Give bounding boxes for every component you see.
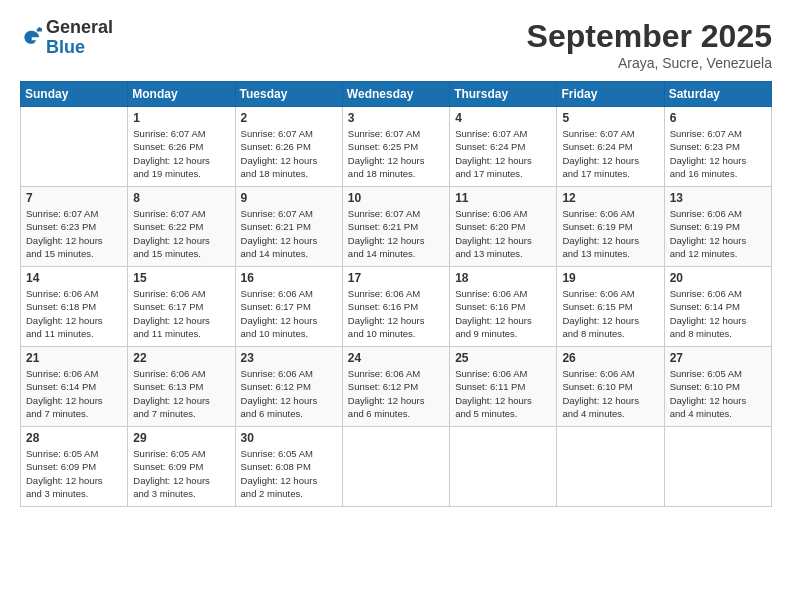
day-cell: 12Sunrise: 6:06 AM Sunset: 6:19 PM Dayli…: [557, 187, 664, 267]
day-number: 2: [241, 111, 337, 125]
day-cell: 18Sunrise: 6:06 AM Sunset: 6:16 PM Dayli…: [450, 267, 557, 347]
col-tuesday: Tuesday: [235, 82, 342, 107]
week-row-5: 28Sunrise: 6:05 AM Sunset: 6:09 PM Dayli…: [21, 427, 772, 507]
day-number: 12: [562, 191, 658, 205]
day-info: Sunrise: 6:05 AM Sunset: 6:08 PM Dayligh…: [241, 447, 337, 500]
day-cell: 19Sunrise: 6:06 AM Sunset: 6:15 PM Dayli…: [557, 267, 664, 347]
header: General Blue September 2025 Araya, Sucre…: [20, 18, 772, 71]
day-info: Sunrise: 6:06 AM Sunset: 6:12 PM Dayligh…: [348, 367, 444, 420]
col-sunday: Sunday: [21, 82, 128, 107]
day-number: 21: [26, 351, 122, 365]
day-cell: 24Sunrise: 6:06 AM Sunset: 6:12 PM Dayli…: [342, 347, 449, 427]
day-info: Sunrise: 6:07 AM Sunset: 6:26 PM Dayligh…: [241, 127, 337, 180]
logo-blue-text: Blue: [46, 37, 85, 57]
day-cell: 21Sunrise: 6:06 AM Sunset: 6:14 PM Dayli…: [21, 347, 128, 427]
day-number: 17: [348, 271, 444, 285]
day-info: Sunrise: 6:06 AM Sunset: 6:10 PM Dayligh…: [562, 367, 658, 420]
day-info: Sunrise: 6:07 AM Sunset: 6:21 PM Dayligh…: [348, 207, 444, 260]
day-cell: 7Sunrise: 6:07 AM Sunset: 6:23 PM Daylig…: [21, 187, 128, 267]
day-cell: 6Sunrise: 6:07 AM Sunset: 6:23 PM Daylig…: [664, 107, 771, 187]
header-row: Sunday Monday Tuesday Wednesday Thursday…: [21, 82, 772, 107]
logo-icon: [20, 27, 42, 49]
day-number: 14: [26, 271, 122, 285]
day-cell: 28Sunrise: 6:05 AM Sunset: 6:09 PM Dayli…: [21, 427, 128, 507]
day-cell: 9Sunrise: 6:07 AM Sunset: 6:21 PM Daylig…: [235, 187, 342, 267]
day-cell: [450, 427, 557, 507]
day-info: Sunrise: 6:06 AM Sunset: 6:13 PM Dayligh…: [133, 367, 229, 420]
day-cell: 14Sunrise: 6:06 AM Sunset: 6:18 PM Dayli…: [21, 267, 128, 347]
day-cell: 11Sunrise: 6:06 AM Sunset: 6:20 PM Dayli…: [450, 187, 557, 267]
location: Araya, Sucre, Venezuela: [527, 55, 772, 71]
day-number: 11: [455, 191, 551, 205]
day-info: Sunrise: 6:05 AM Sunset: 6:09 PM Dayligh…: [26, 447, 122, 500]
day-number: 20: [670, 271, 766, 285]
day-number: 23: [241, 351, 337, 365]
day-cell: 1Sunrise: 6:07 AM Sunset: 6:26 PM Daylig…: [128, 107, 235, 187]
day-cell: 13Sunrise: 6:06 AM Sunset: 6:19 PM Dayli…: [664, 187, 771, 267]
day-number: 9: [241, 191, 337, 205]
day-cell: 15Sunrise: 6:06 AM Sunset: 6:17 PM Dayli…: [128, 267, 235, 347]
day-number: 8: [133, 191, 229, 205]
day-cell: 26Sunrise: 6:06 AM Sunset: 6:10 PM Dayli…: [557, 347, 664, 427]
day-number: 7: [26, 191, 122, 205]
day-cell: 29Sunrise: 6:05 AM Sunset: 6:09 PM Dayli…: [128, 427, 235, 507]
day-cell: 8Sunrise: 6:07 AM Sunset: 6:22 PM Daylig…: [128, 187, 235, 267]
day-info: Sunrise: 6:06 AM Sunset: 6:14 PM Dayligh…: [670, 287, 766, 340]
day-cell: [557, 427, 664, 507]
day-number: 16: [241, 271, 337, 285]
col-saturday: Saturday: [664, 82, 771, 107]
day-number: 5: [562, 111, 658, 125]
day-info: Sunrise: 6:07 AM Sunset: 6:23 PM Dayligh…: [26, 207, 122, 260]
col-monday: Monday: [128, 82, 235, 107]
month-title: September 2025: [527, 18, 772, 55]
day-info: Sunrise: 6:07 AM Sunset: 6:24 PM Dayligh…: [562, 127, 658, 180]
day-cell: 2Sunrise: 6:07 AM Sunset: 6:26 PM Daylig…: [235, 107, 342, 187]
title-area: September 2025 Araya, Sucre, Venezuela: [527, 18, 772, 71]
week-row-2: 7Sunrise: 6:07 AM Sunset: 6:23 PM Daylig…: [21, 187, 772, 267]
week-row-4: 21Sunrise: 6:06 AM Sunset: 6:14 PM Dayli…: [21, 347, 772, 427]
day-cell: 20Sunrise: 6:06 AM Sunset: 6:14 PM Dayli…: [664, 267, 771, 347]
day-cell: [664, 427, 771, 507]
day-cell: 3Sunrise: 6:07 AM Sunset: 6:25 PM Daylig…: [342, 107, 449, 187]
day-info: Sunrise: 6:05 AM Sunset: 6:10 PM Dayligh…: [670, 367, 766, 420]
day-cell: 10Sunrise: 6:07 AM Sunset: 6:21 PM Dayli…: [342, 187, 449, 267]
day-cell: 17Sunrise: 6:06 AM Sunset: 6:16 PM Dayli…: [342, 267, 449, 347]
day-number: 26: [562, 351, 658, 365]
day-info: Sunrise: 6:07 AM Sunset: 6:22 PM Dayligh…: [133, 207, 229, 260]
day-number: 19: [562, 271, 658, 285]
day-number: 27: [670, 351, 766, 365]
day-info: Sunrise: 6:07 AM Sunset: 6:26 PM Dayligh…: [133, 127, 229, 180]
day-info: Sunrise: 6:06 AM Sunset: 6:16 PM Dayligh…: [455, 287, 551, 340]
logo-text: General Blue: [46, 18, 113, 58]
col-thursday: Thursday: [450, 82, 557, 107]
col-friday: Friday: [557, 82, 664, 107]
week-row-1: 1Sunrise: 6:07 AM Sunset: 6:26 PM Daylig…: [21, 107, 772, 187]
day-info: Sunrise: 6:06 AM Sunset: 6:17 PM Dayligh…: [241, 287, 337, 340]
day-info: Sunrise: 6:06 AM Sunset: 6:17 PM Dayligh…: [133, 287, 229, 340]
logo: General Blue: [20, 18, 113, 58]
day-info: Sunrise: 6:06 AM Sunset: 6:19 PM Dayligh…: [670, 207, 766, 260]
day-number: 29: [133, 431, 229, 445]
day-cell: 30Sunrise: 6:05 AM Sunset: 6:08 PM Dayli…: [235, 427, 342, 507]
day-cell: 27Sunrise: 6:05 AM Sunset: 6:10 PM Dayli…: [664, 347, 771, 427]
day-cell: 25Sunrise: 6:06 AM Sunset: 6:11 PM Dayli…: [450, 347, 557, 427]
day-info: Sunrise: 6:06 AM Sunset: 6:11 PM Dayligh…: [455, 367, 551, 420]
day-cell: 5Sunrise: 6:07 AM Sunset: 6:24 PM Daylig…: [557, 107, 664, 187]
day-number: 6: [670, 111, 766, 125]
day-info: Sunrise: 6:06 AM Sunset: 6:18 PM Dayligh…: [26, 287, 122, 340]
day-cell: 4Sunrise: 6:07 AM Sunset: 6:24 PM Daylig…: [450, 107, 557, 187]
day-info: Sunrise: 6:07 AM Sunset: 6:21 PM Dayligh…: [241, 207, 337, 260]
day-number: 10: [348, 191, 444, 205]
day-cell: [342, 427, 449, 507]
day-cell: 16Sunrise: 6:06 AM Sunset: 6:17 PM Dayli…: [235, 267, 342, 347]
day-number: 13: [670, 191, 766, 205]
day-info: Sunrise: 6:06 AM Sunset: 6:12 PM Dayligh…: [241, 367, 337, 420]
day-info: Sunrise: 6:07 AM Sunset: 6:24 PM Dayligh…: [455, 127, 551, 180]
day-cell: 23Sunrise: 6:06 AM Sunset: 6:12 PM Dayli…: [235, 347, 342, 427]
day-info: Sunrise: 6:07 AM Sunset: 6:25 PM Dayligh…: [348, 127, 444, 180]
calendar: Sunday Monday Tuesday Wednesday Thursday…: [20, 81, 772, 507]
day-info: Sunrise: 6:05 AM Sunset: 6:09 PM Dayligh…: [133, 447, 229, 500]
day-number: 22: [133, 351, 229, 365]
day-number: 3: [348, 111, 444, 125]
day-number: 1: [133, 111, 229, 125]
